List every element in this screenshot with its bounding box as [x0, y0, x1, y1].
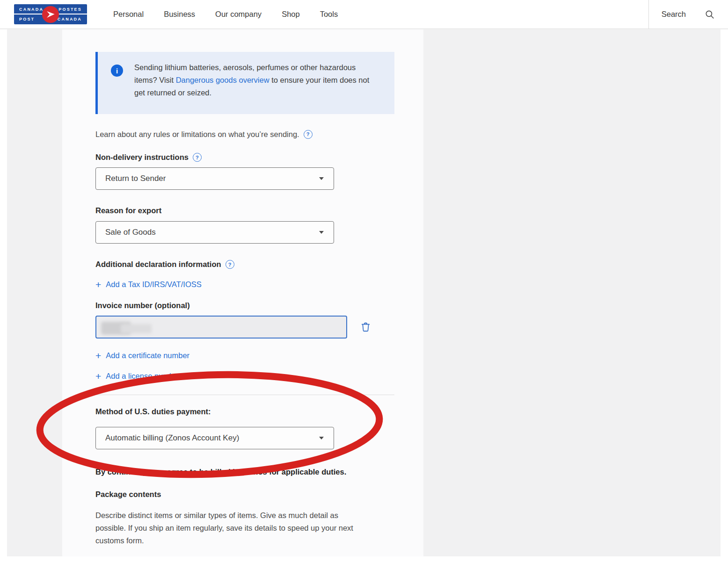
learn-line-text: Learn about any rules or limitations on … — [95, 129, 299, 140]
customs-form-panel: i Sending lithium batteries, aerosols, p… — [62, 29, 423, 556]
nav-item-shop[interactable]: Shop — [282, 10, 300, 19]
non-delivery-dropdown[interactable]: Return to Sender — [95, 167, 334, 190]
reason-value: Sale of Goods — [105, 228, 156, 237]
plus-icon — [95, 352, 101, 360]
help-icon[interactable] — [226, 260, 234, 269]
banner-accent-bar — [95, 52, 98, 114]
search-label[interactable]: Search — [662, 10, 686, 19]
non-delivery-label: Non-delivery instructions — [95, 153, 189, 162]
plus-icon — [95, 372, 101, 381]
duties-method-dropdown[interactable]: Automatic billing (Zonos Account Key) — [95, 427, 334, 449]
nav-search-area: Search — [648, 0, 728, 29]
chevron-down-icon — [319, 177, 324, 180]
add-license-label: Add a license number — [106, 372, 181, 381]
logo-text-canada: CANADA — [19, 7, 44, 12]
search-icon[interactable] — [705, 9, 715, 20]
invoice-input-row — [95, 316, 371, 339]
nav-item-business[interactable]: Business — [164, 10, 195, 19]
zonos-billing-note: By continuing, you agree to be billed by… — [95, 468, 376, 476]
reason-label: Reason for export — [95, 206, 161, 215]
redacted-value — [121, 324, 152, 333]
nav-item-personal[interactable]: Personal — [113, 10, 144, 19]
additional-label-row: Additional declaration information — [95, 260, 234, 269]
non-delivery-label-row: Non-delivery instructions — [95, 153, 202, 162]
banner-text: Sending lithium batteries, aerosols, per… — [134, 61, 375, 99]
logo-text-canada2: CANADA — [58, 17, 82, 22]
invoice-label-row: Invoice number (optional) — [95, 301, 190, 310]
top-navbar: CANADA POSTES POST CANADA Personal Busin… — [0, 0, 728, 29]
add-license-link[interactable]: Add a license number — [95, 372, 181, 381]
package-contents-title: Package contents — [95, 490, 161, 499]
add-certificate-link[interactable]: Add a certificate number — [95, 351, 189, 360]
help-icon[interactable] — [193, 153, 202, 162]
package-contents-description: Describe distinct items or similar types… — [95, 509, 364, 547]
add-tax-id-link[interactable]: Add a Tax ID/IRS/VAT/IOSS — [95, 280, 202, 289]
reason-dropdown[interactable]: Sale of Goods — [95, 221, 334, 244]
nav-item-tools[interactable]: Tools — [320, 10, 338, 19]
primary-nav: Personal Business Our company Shop Tools — [113, 10, 338, 19]
help-icon[interactable] — [304, 130, 313, 139]
duties-method-label: Method of U.S. duties payment: — [95, 407, 211, 416]
hazardous-goods-banner: i Sending lithium batteries, aerosols, p… — [95, 52, 394, 114]
plus-icon — [95, 281, 101, 289]
trash-icon — [360, 321, 371, 333]
add-tax-id-label: Add a Tax ID/IRS/VAT/IOSS — [106, 280, 202, 289]
add-certificate-label: Add a certificate number — [106, 351, 189, 360]
logo-text-postes: POSTES — [58, 7, 82, 12]
canada-post-wing-icon — [42, 6, 59, 23]
invoice-number-input[interactable] — [95, 316, 347, 339]
duties-method-value: Automatic billing (Zonos Account Key) — [105, 433, 239, 443]
section-divider — [95, 395, 394, 395]
dangerous-goods-link[interactable]: Dangerous goods overview — [176, 76, 269, 84]
non-delivery-value: Return to Sender — [105, 174, 166, 183]
learn-line-row: Learn about any rules or limitations on … — [95, 129, 313, 140]
info-icon: i — [111, 65, 123, 77]
additional-label: Additional declaration information — [95, 260, 221, 269]
chevron-down-icon — [319, 231, 324, 234]
invoice-label: Invoice number (optional) — [95, 301, 190, 310]
nav-item-our-company[interactable]: Our company — [215, 10, 262, 19]
canada-post-logo[interactable]: CANADA POSTES POST CANADA — [14, 4, 87, 24]
chevron-down-icon — [319, 437, 324, 440]
delete-invoice-button[interactable] — [360, 321, 371, 333]
logo-text-post: POST — [19, 17, 35, 22]
reason-label-row: Reason for export — [95, 206, 161, 215]
duties-method-label-row: Method of U.S. duties payment: — [95, 407, 211, 416]
canada-post-customs-page: CANADA POSTES POST CANADA Personal Busin… — [0, 0, 728, 562]
